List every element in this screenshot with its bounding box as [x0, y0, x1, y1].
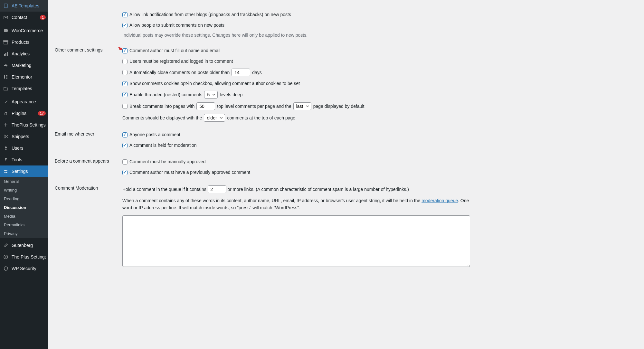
registered-users-label: Users must be registered and logged in t…: [129, 58, 233, 65]
sidebar-item-woocommerce[interactable]: WooCommerce: [0, 25, 48, 36]
sidebar-item-label: AE Templates: [12, 3, 46, 8]
sidebar-item-label: Plugins: [12, 111, 37, 116]
sidebar-item-snippets[interactable]: Snippets: [0, 131, 48, 142]
sidebar-item-label: Appearance: [12, 99, 46, 104]
default-page-select[interactable]: last: [293, 102, 311, 110]
svg-rect-12: [6, 78, 7, 79]
paginate-mid-label: top level comments per page and the: [217, 103, 291, 110]
auto-close-checkbox[interactable]: [122, 70, 128, 75]
cookies-optin-checkbox[interactable]: [122, 81, 128, 86]
sidebar-item-label: ThePlus Settings: [12, 122, 46, 127]
email-held-checkbox[interactable]: [122, 143, 128, 148]
moderation-heading: Comment Moderation: [55, 181, 119, 273]
sidebar-item-wpsecurity[interactable]: WP Security: [0, 263, 48, 274]
sidebar-item-settings[interactable]: Settings: [0, 165, 48, 177]
order-pre-label: Comments should be displayed with the: [122, 115, 202, 121]
submenu-item-privacy[interactable]: Privacy: [0, 229, 48, 238]
threaded-levels-select[interactable]: 5: [204, 91, 218, 99]
default-post-desc: Individual posts may override these sett…: [122, 33, 634, 38]
sidebar-item-users[interactable]: Users: [0, 142, 48, 154]
sidebar-item-theplus[interactable]: ThePlus Settings: [0, 119, 48, 131]
registered-users-checkbox[interactable]: [122, 59, 128, 64]
allow-comments-checkbox[interactable]: [122, 23, 128, 28]
author-name-email-checkbox[interactable]: [122, 48, 128, 53]
shield-icon: [3, 265, 9, 272]
comments-per-page-input[interactable]: [196, 102, 215, 110]
paginate-post-label: page displayed by default: [313, 103, 365, 110]
pencil-icon: [3, 242, 9, 249]
sidebar-item-analytics[interactable]: Analytics: [0, 48, 48, 60]
moderation-links-pre: Hold a comment in the queue if it contai…: [122, 187, 206, 192]
sidebar-item-plugins[interactable]: Plugins17: [0, 108, 48, 119]
email-anyone-checkbox[interactable]: [122, 132, 128, 137]
auto-close-post-label: days: [252, 69, 262, 76]
auto-close-days-input[interactable]: [232, 69, 250, 76]
submenu-item-general[interactable]: General: [0, 177, 48, 186]
sidebar-item-label: Gutenberg: [12, 243, 46, 248]
sidebar-item-label: Analytics: [12, 51, 46, 56]
submenu-item-writing[interactable]: Writing: [0, 186, 48, 194]
order-post-label: comments at the top of each page: [227, 115, 295, 121]
sidebar-item-tools[interactable]: Tools: [0, 154, 48, 165]
chart-icon: [3, 51, 9, 57]
settings-content: Allow link notifications from other blog…: [48, 0, 644, 349]
sidebar-item-label: Snippets: [12, 134, 46, 139]
svg-rect-11: [6, 77, 7, 78]
scissors-icon: [3, 133, 9, 140]
threaded-checkbox[interactable]: [122, 92, 128, 97]
moderation-links-post: or more links. (A common characteristic …: [227, 187, 409, 192]
sliders-icon: [3, 168, 9, 174]
sidebar-item-products[interactable]: Products: [0, 36, 48, 48]
threaded-pre-label: Enable threaded (nested) comments: [129, 91, 202, 98]
plugin-icon: [3, 110, 9, 117]
sidebar-item-label: Tools: [12, 157, 46, 162]
sidebar-item-templates[interactable]: Templates: [0, 83, 48, 94]
moderation-links-input[interactable]: [208, 185, 226, 193]
moderation-queue-link[interactable]: moderation queue: [421, 198, 458, 203]
svg-rect-0: [4, 4, 7, 8]
submenu-item-discussion[interactable]: Discussion: [0, 203, 48, 212]
manual-approve-checkbox[interactable]: [122, 159, 128, 165]
svg-rect-5: [4, 54, 5, 56]
prev-approved-label: Comment author must have a previously ap…: [129, 169, 250, 176]
svg-rect-13: [5, 113, 7, 115]
sidebar-item-label: Contact: [12, 15, 39, 20]
sidebar-item-label: Marketing: [12, 63, 46, 68]
comment-order-select[interactable]: older: [204, 114, 225, 122]
moderation-keys-textarea[interactable]: [122, 215, 470, 267]
admin-sidebar: AE TemplatesContact1WooCommerceProductsA…: [0, 0, 48, 349]
other-comment-heading: Other comment settings: [55, 42, 119, 127]
sidebar-item-elementor[interactable]: Elementor: [0, 71, 48, 83]
badge: 17: [38, 111, 46, 116]
pingback-checkbox[interactable]: [122, 12, 128, 17]
sidebar-item-marketing[interactable]: Marketing: [0, 60, 48, 71]
author-name-email-label: Comment author must fill out name and em…: [129, 47, 220, 54]
sidebar-item-label: Settings: [12, 169, 46, 174]
prev-approved-checkbox[interactable]: [122, 170, 128, 175]
svg-rect-4: [4, 41, 8, 42]
archive-icon: [3, 39, 9, 45]
sidebar-item-gutenberg[interactable]: Gutenberg: [0, 240, 48, 251]
submenu-item-reading[interactable]: Reading: [0, 194, 48, 203]
megaphone-icon: [3, 62, 9, 69]
sidebar-item-label: Users: [12, 146, 46, 151]
sidebar-item-appearance[interactable]: Appearance: [0, 96, 48, 108]
submenu-item-permalinks[interactable]: Permalinks: [0, 221, 48, 229]
sidebar-item-ae-templates[interactable]: AE Templates: [0, 0, 48, 12]
manual-approve-label: Comment must be manually approved: [129, 158, 206, 165]
auto-close-pre-label: Automatically close comments on posts ol…: [129, 69, 230, 76]
email-anyone-label: Anyone posts a comment: [129, 131, 180, 138]
submenu-item-media[interactable]: Media: [0, 212, 48, 221]
svg-rect-10: [6, 75, 7, 76]
svg-point-21: [5, 170, 6, 171]
sidebar-item-theplus2[interactable]: The Plus Settings: [0, 251, 48, 263]
sidebar-item-label: WooCommerce: [12, 28, 46, 33]
email-heading: Email me whenever: [55, 127, 119, 154]
svg-point-18: [5, 146, 7, 148]
cookies-optin-label: Show comments cookies opt-in checkbox, a…: [129, 80, 300, 87]
sidebar-item-contact[interactable]: Contact1: [0, 12, 48, 23]
paginate-checkbox[interactable]: [122, 104, 128, 109]
before-heading: Before a comment appears: [55, 154, 119, 181]
email-held-label: A comment is held for moderation: [129, 142, 197, 149]
sidebar-item-label: Templates: [12, 86, 46, 91]
